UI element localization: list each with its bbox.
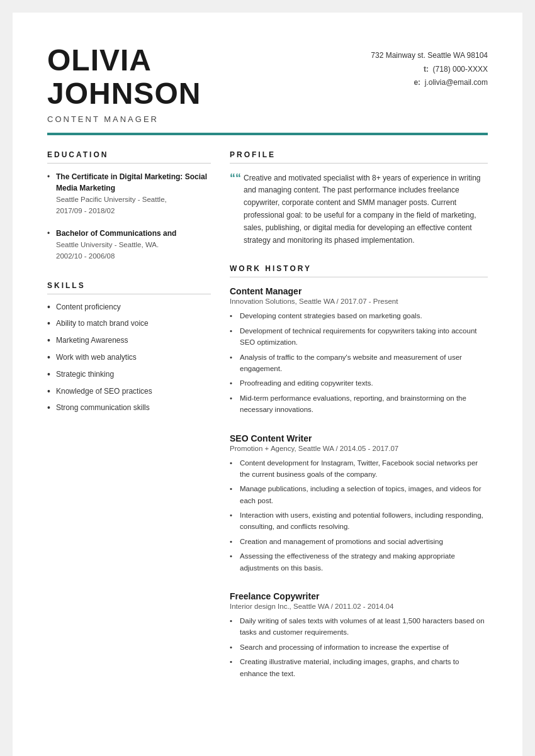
skills-title: SKILLS [47,281,211,294]
education-title: EDUCATION [47,150,211,164]
email-label: e: [414,78,420,87]
skills-section: SKILLS Content proficiency Ability to ma… [47,281,211,414]
header-contact: 732 Mainway st. Seattle WA 98104 t: (718… [371,44,488,89]
job-1: Content Manager Innovation Solutions, Se… [230,286,488,415]
phone-value: (718) 000-XXXX [433,65,488,74]
job-bullet-3-1: Daily writing of sales texts with volume… [230,615,488,638]
header-divider [47,133,488,135]
job-bullet-1-4: Proofreading and editing copywriter text… [230,377,488,389]
job-bullet-1-1: Developing content strategies based on m… [230,310,488,321]
job-bullet-2-2: Manage publications, including a selecti… [230,483,488,506]
job-company-2: Promotion + Agency, Seattle WA / 2014.05… [230,445,488,452]
email-value: j.olivia@email.com [425,78,488,87]
dates-1: 2017/09 - 2018/02 [56,207,115,214]
left-column: EDUCATION The Certificate in Digital Mar… [47,150,211,697]
skill-2: Ability to match brand voice [47,318,211,329]
job-company-3: Interior design Inc., Seattle WA / 2011.… [230,603,488,610]
work-history-title: WORK HISTORY [230,264,488,277]
body: EDUCATION The Certificate in Digital Mar… [47,150,488,697]
job-3: Freelance Copywriter Interior design Inc… [230,591,488,679]
job-bullets-2: Content development for Instagram, Twitt… [230,457,488,574]
degree-1: The Certificate in Digital Marketing: So… [56,172,207,192]
skill-4: Work with web analytics [47,352,211,363]
job-bullet-2-3: Interaction with users, existing and pot… [230,509,488,533]
work-history-section: WORK HISTORY Content Manager Innovation … [230,264,488,679]
address: 732 Mainway st. Seattle WA 98104 [371,49,488,62]
job-bullet-3-3: Creating illustrative material, includin… [230,656,488,679]
candidate-title: CONTENT MANAGER [47,114,201,124]
dates-2: 2002/10 - 2006/08 [56,252,115,260]
job-bullets-3: Daily writing of sales texts with volume… [230,615,488,679]
phone-line: t: (718) 000-XXXX [371,63,488,75]
job-bullet-1-5: Mid-term performance evaluations, report… [230,392,488,416]
job-bullets-1: Developing content strategies based on m… [230,310,488,415]
job-title-3: Freelance Copywriter [230,591,488,601]
skill-1: Content proficiency [47,302,211,313]
job-bullet-2-4: Creation and management of promotions an… [230,536,488,547]
school-2: Seattle University - Seattle, WA. [56,241,159,248]
job-title-2: SEO Content Writer [230,433,488,443]
job-title-1: Content Manager [230,286,488,296]
email-line: e: j.olivia@email.com [371,76,488,89]
header: OLIVIA JOHNSON CONTENT MANAGER 732 Mainw… [47,44,488,124]
job-2: SEO Content Writer Promotion + Agency, S… [230,433,488,574]
skill-7: Strong communication skills [47,403,211,413]
degree-2: Bachelor of Communications and [56,229,176,238]
job-bullet-1-2: Development of technical requirements fo… [230,325,488,348]
profile-text: Creative and motivated specialist with 8… [230,172,488,247]
skill-3: Marketing Awareness [47,335,211,346]
edu-item-1: The Certificate in Digital Marketing: So… [47,171,211,217]
header-left: OLIVIA JOHNSON CONTENT MANAGER [47,44,201,124]
job-bullet-2-5: Assessing the effectiveness of the strat… [230,550,488,574]
job-bullet-3-2: Search and processing of information to … [230,642,488,653]
resume-page: OLIVIA JOHNSON CONTENT MANAGER 732 Mainw… [13,13,522,756]
school-1: Seattle Pacific University - Seattle, [56,196,167,203]
candidate-name: OLIVIA JOHNSON [47,44,201,111]
right-column: PROFILE Creative and motivated specialis… [230,150,488,697]
edu-item-2: Bachelor of Communications and Seattle U… [47,228,211,262]
profile-section: PROFILE Creative and motivated specialis… [230,150,488,247]
job-company-1: Innovation Solutions, Seattle WA / 2017.… [230,297,488,305]
profile-title: PROFILE [230,150,488,164]
job-bullet-1-3: Analysis of traffic to the company's web… [230,352,488,375]
skill-6: Knowledge of SEO practices [47,386,211,397]
skill-5: Strategic thinking [47,369,211,380]
job-bullet-2-1: Content development for Instagram, Twitt… [230,457,488,481]
phone-label: t: [424,65,429,74]
education-section: EDUCATION The Certificate in Digital Mar… [47,150,211,262]
